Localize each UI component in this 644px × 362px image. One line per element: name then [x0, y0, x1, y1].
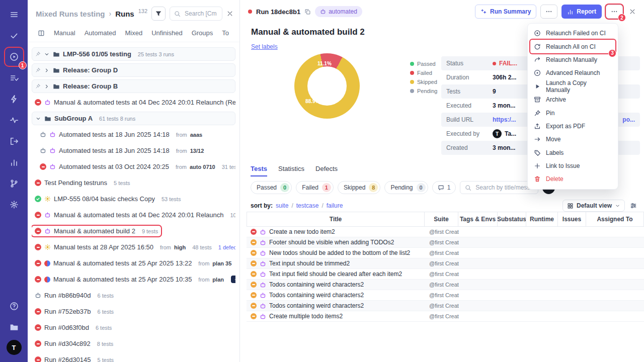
tab-defects[interactable]: Defects	[315, 165, 338, 176]
run-item[interactable]: Automated tests at 03 Oct 2024 20:25from…	[37, 160, 235, 173]
folder-item[interactable]: Release: Group B	[32, 79, 235, 93]
run-item[interactable]: Run #26d301455 tests	[32, 353, 235, 362]
report-button[interactable]: Report	[561, 5, 602, 19]
test-row[interactable]: Create multiple todo items2@first Create…	[247, 311, 644, 322]
test-row[interactable]: Todos containing weird characters2@first…	[247, 280, 644, 290]
breadcrumb-project[interactable]: Mixed Runs testing	[36, 10, 105, 18]
column-header-issues[interactable]: Issues	[558, 212, 586, 226]
play-circle-icon	[534, 69, 541, 76]
tab-statistics[interactable]: Statistics	[278, 165, 304, 176]
sidebar-btn-list-check[interactable]	[0, 67, 28, 88]
run-item[interactable]: Manual & automated tests at 04 Dec 2024 …	[32, 208, 235, 222]
runs-search[interactable]	[170, 7, 222, 21]
automated-badge[interactable]: automated	[315, 6, 362, 17]
menu-item-delete[interactable]: Delete	[528, 172, 618, 186]
test-row[interactable]: Todos containing weird characters2@first…	[247, 301, 644, 311]
menu-item-labels[interactable]: Labels	[528, 146, 618, 159]
run-item[interactable]: Run #b86b940d6 tests	[32, 289, 235, 302]
test-row[interactable]: Text input should be trimmed2@first Crea…	[247, 258, 644, 269]
run-title: Automated tests at 18 Jun 2025 14:18	[59, 131, 170, 138]
tests-search-input[interactable]	[474, 184, 533, 192]
run-actions-more-button[interactable]: 2	[606, 5, 623, 19]
menu-item-relaunch-all-on-ci[interactable]: Relaunch All on CI3	[530, 40, 615, 53]
folder-item[interactable]: SubGroup A61 tests 8 runs	[32, 112, 235, 125]
menu-item-link-to-issue[interactable]: Link to Issue	[528, 159, 618, 172]
column-header-tags-envs[interactable]: Tags & Envs	[458, 212, 498, 226]
run-summary-button[interactable]: Run Summary	[475, 5, 536, 19]
test-row[interactable]: New todos should be added to the bottom …	[247, 248, 644, 258]
menu-item-export-as-pdf[interactable]: Export as PDF	[528, 120, 618, 133]
menu-item-advanced-relaunch[interactable]: Advanced Relaunch	[528, 66, 618, 79]
runs-tab-to[interactable]: To	[222, 29, 229, 37]
run-item[interactable]: Manual tests at 28 Apr 2025 16:50fromhig…	[32, 240, 235, 254]
run-item[interactable]: Automated tests at 18 Jun 2025 14:18from…	[37, 144, 235, 157]
test-row[interactable]: Todos containing weird characters2@first…	[247, 290, 644, 301]
summary-more-button[interactable]	[540, 5, 557, 19]
run-item[interactable]: Manual & automated tests at 04 Dec 2024 …	[32, 96, 235, 109]
detail-value[interactable]: https:/...	[493, 116, 516, 123]
runs-tab-groups[interactable]: Groups	[192, 29, 213, 37]
sidebar-btn-sign-in[interactable]	[0, 131, 28, 152]
close-runs-panel-icon[interactable]	[226, 10, 233, 17]
sidebar-btn-folder[interactable]	[0, 317, 28, 338]
runs-tab-unfinished[interactable]: Unfinished	[151, 29, 182, 37]
view-selector[interactable]: Default view	[562, 200, 625, 212]
menu-item-relaunch-failed-on-ci[interactable]: Relaunch Failed on CI	[528, 27, 618, 40]
copy-run-id-icon[interactable]	[304, 9, 311, 15]
sidebar-btn-gear[interactable]	[0, 194, 28, 215]
menu-item-move[interactable]: Move	[528, 133, 618, 146]
menu-item-pin[interactable]: Pin	[528, 106, 618, 119]
menu-item-archive[interactable]: Archive	[528, 93, 618, 106]
table-settings-icon[interactable]	[630, 202, 637, 209]
sidebar-btn-activity[interactable]	[0, 110, 28, 131]
filter-chip-failed[interactable]: Failed1	[296, 181, 334, 194]
filter-button[interactable]	[151, 7, 166, 21]
close-run-detail-icon[interactable]	[629, 8, 636, 15]
run-item[interactable]: Run #d304c8928 tests	[32, 337, 235, 350]
run-item[interactable]: Manual & automated tests at 25 Apr 2025 …	[32, 256, 235, 270]
menu-item-launch-a-copy-manually[interactable]: Launch a Copy Manually	[528, 80, 618, 93]
sidebar-btn-play-circle[interactable]: 1	[0, 46, 28, 67]
run-item[interactable]: Run #752eb37b6 tests	[32, 305, 235, 318]
folder-item[interactable]: Release: Group D	[32, 63, 235, 77]
sidebar-btn-check[interactable]	[0, 25, 28, 46]
test-row[interactable]: Create a new todo item2@first Create ...	[247, 227, 644, 237]
folder-item[interactable]: LMP-556 01/05 testing25 tests 3 runs	[32, 47, 235, 61]
sidebar-btn-bar-chart[interactable]	[0, 152, 28, 173]
comments-filter-chip[interactable]: 1	[432, 181, 456, 194]
user-avatar[interactable]: T	[7, 340, 22, 355]
runs-tab-mixed[interactable]: Mixed	[125, 29, 143, 37]
sidebar-btn-git-branch[interactable]	[0, 173, 28, 194]
run-item[interactable]: LMP-555 08/04 basic checks Copy53 tests	[32, 192, 235, 206]
run-item[interactable]: Manual & automated build 29 tests	[32, 224, 235, 238]
sort-by-testcase[interactable]: testcase	[296, 202, 319, 209]
column-header-assigned-to[interactable]: Assigned To	[586, 212, 643, 226]
tests-search[interactable]	[460, 181, 538, 194]
run-item[interactable]: Test Pending testruns5 tests	[32, 176, 235, 190]
tab-tests[interactable]: Tests	[251, 165, 267, 176]
test-row[interactable]: Footer should be visible when adding TOD…	[247, 237, 644, 248]
run-item[interactable]: Run #0d63f0bd6 tests	[32, 321, 235, 334]
sort-by-failure[interactable]: failure	[327, 202, 343, 209]
filter-chip-passed[interactable]: Passed0	[251, 181, 292, 194]
sidebar-btn-help-circle[interactable]	[0, 296, 28, 317]
column-header-title[interactable]: Title	[247, 212, 425, 226]
runs-tab-automated[interactable]: Automated	[85, 29, 116, 37]
robot-icon	[260, 271, 266, 278]
run-item[interactable]: Automated tests at 18 Jun 2025 14:18from…	[37, 128, 235, 141]
sort-by-suite[interactable]: suite	[276, 202, 288, 209]
run-item[interactable]: Manual & automated tests at 25 Apr 2025 …	[32, 273, 235, 286]
columns-icon[interactable]	[38, 30, 45, 37]
column-header-substatus[interactable]: Substatus	[498, 212, 526, 226]
menu-item-relaunch-manually[interactable]: Relaunch Manually	[528, 53, 618, 66]
column-header-suite[interactable]: Suite	[425, 212, 458, 226]
runs-search-input[interactable]	[184, 10, 218, 18]
filter-chip-pending[interactable]: Pending0	[384, 181, 428, 194]
column-header-runtime[interactable]: Runtime	[526, 212, 558, 226]
filter-chip-skipped[interactable]: Skipped8	[338, 181, 381, 194]
sidebar-btn-zap[interactable]	[0, 88, 28, 110]
set-labels-link[interactable]: Set labels	[251, 43, 278, 50]
runs-tab-manual[interactable]: Manual	[54, 29, 75, 37]
test-row[interactable]: Text input field should be cleared after…	[247, 269, 644, 280]
sidebar-btn-menu[interactable]	[0, 4, 28, 25]
